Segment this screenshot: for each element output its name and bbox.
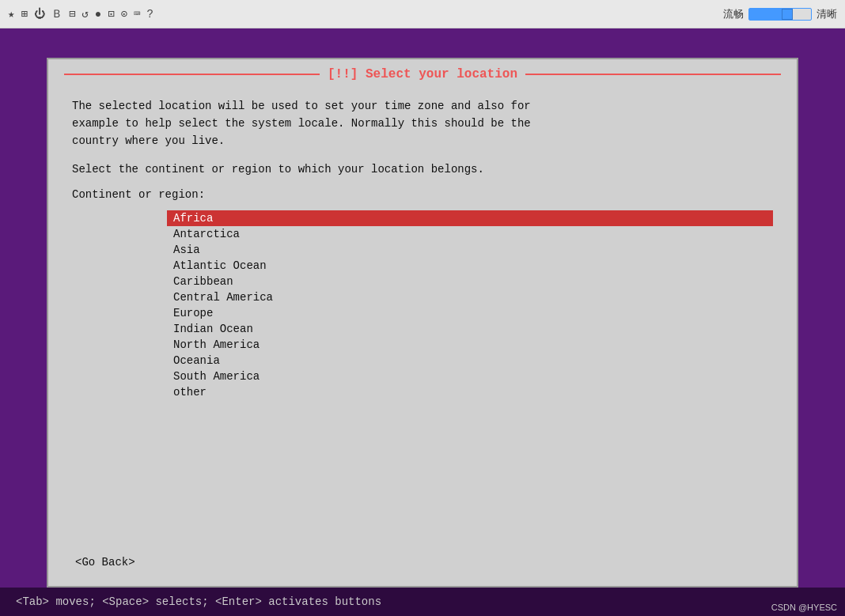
list-item[interactable]: North America — [167, 337, 773, 353]
dialog-instruction: Select the continent or region to which … — [72, 163, 773, 176]
dialog-title: [!!] Select your location — [328, 67, 517, 81]
dialog-titlebar: [!!] Select your location — [48, 59, 797, 89]
list-item[interactable]: Oceania — [167, 353, 773, 368]
quality-slider-container: 流畅 清晰 — [723, 7, 837, 21]
grid-icon[interactable]: ⊡ — [108, 7, 114, 21]
dialog-description: The selected location will be used to se… — [72, 97, 773, 150]
list-item[interactable]: Africa — [167, 210, 773, 226]
list-item[interactable]: South America — [167, 368, 773, 384]
help-icon[interactable]: ? — [146, 8, 153, 21]
title-line-left — [64, 74, 320, 75]
record-icon[interactable]: ● — [95, 8, 101, 21]
statusbar: <Tab> moves; <Space> selects; <Enter> ac… — [0, 588, 845, 616]
go-back-button[interactable]: <Go Back> — [72, 554, 138, 570]
list-item[interactable]: Europe — [167, 305, 773, 321]
dialog-content: The selected location will be used to se… — [48, 89, 797, 546]
dialog-footer: <Go Back> — [48, 546, 797, 586]
statusbar-text: <Tab> moves; <Space> selects; <Enter> ac… — [16, 595, 381, 608]
slider-thumb — [782, 9, 793, 20]
bookmark-icon[interactable]: ⊟ — [69, 7, 75, 21]
power-icon[interactable]: ⏻ — [34, 8, 45, 21]
clear-label: 清晰 — [817, 7, 837, 21]
list-item[interactable]: Caribbean — [167, 274, 773, 289]
dialog: [!!] Select your location The selected l… — [47, 58, 798, 588]
list-item[interactable]: Central America — [167, 289, 773, 305]
title-line-right — [525, 74, 781, 75]
screen-icon[interactable]: ⊞ — [21, 7, 27, 21]
fluent-label: 流畅 — [723, 7, 744, 21]
keyboard-icon[interactable]: ⌨ — [134, 7, 140, 21]
list-item[interactable]: Indian Ocean — [167, 321, 773, 337]
b-icon[interactable]: Ｂ — [51, 7, 63, 21]
field-label: Continent or region: — [72, 188, 773, 201]
watermark: CSDN @HYESC — [771, 603, 837, 612]
list-item[interactable]: other — [167, 384, 773, 400]
list-item[interactable]: Antarctica — [167, 226, 773, 242]
pin-icon[interactable]: ★ — [8, 7, 14, 21]
menubar: ★ ⊞ ⏻ Ｂ ⊟ ↺ ● ⊡ ⊙ ⌨ ? 流畅 清晰 — [0, 0, 845, 28]
region-list: AfricaAntarcticaAsiaAtlantic OceanCaribb… — [167, 210, 773, 400]
list-item[interactable]: Asia — [167, 242, 773, 258]
refresh-icon[interactable]: ↺ — [81, 7, 88, 21]
quality-slider[interactable] — [748, 8, 812, 21]
list-item[interactable]: Atlantic Ocean — [167, 258, 773, 274]
camera-icon[interactable]: ⊙ — [121, 7, 127, 21]
main-area: [!!] Select your location The selected l… — [0, 28, 845, 616]
